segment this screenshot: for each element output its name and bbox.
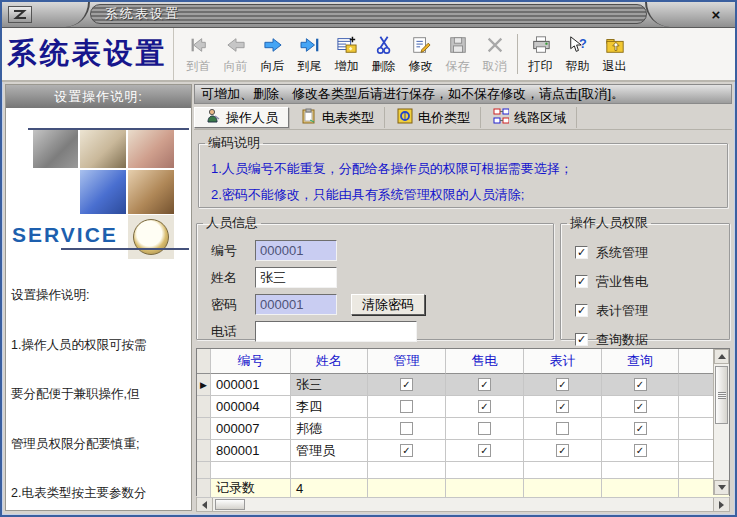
scroll-down-icon[interactable] xyxy=(714,480,729,495)
column-header[interactable]: 售电 xyxy=(446,349,524,374)
row-selector: ▶ xyxy=(197,374,211,396)
cell-name[interactable]: 李四 xyxy=(291,396,368,418)
cell-name[interactable]: 管理员 xyxy=(291,440,368,462)
toolbar-button-modify[interactable]: 修改 xyxy=(402,30,439,78)
field-row-password: 密码 清除密码 xyxy=(197,292,553,317)
manage-checkbox[interactable]: ✓ xyxy=(400,378,413,391)
tab-price-type[interactable]: 电价类型 xyxy=(387,107,481,128)
column-header[interactable]: 查询 xyxy=(602,349,679,374)
cell-manage[interactable]: ✓ xyxy=(368,440,446,462)
hscrollbar-thumb[interactable] xyxy=(215,499,245,510)
photo-tools xyxy=(128,130,174,168)
cell-id[interactable]: 000004 xyxy=(211,396,291,418)
cell-meter[interactable] xyxy=(524,418,602,440)
cell-id[interactable]: 000001 xyxy=(211,374,291,396)
toolbar-button-next[interactable]: 向后 xyxy=(254,30,291,78)
cell-manage[interactable]: ✓ xyxy=(368,374,446,396)
column-header[interactable]: 管理 xyxy=(368,349,446,374)
table-row[interactable]: 000004 李四 ✓ ✓ ✓ xyxy=(197,396,729,418)
cell-meter[interactable]: ✓ xyxy=(524,440,602,462)
titlebar-curve-right xyxy=(645,2,679,27)
password-field[interactable] xyxy=(255,294,337,315)
toolbar-button-print[interactable]: 打印 xyxy=(522,30,559,78)
cell-sales[interactable] xyxy=(446,418,524,440)
toolbar-button-save[interactable]: 保存 xyxy=(439,30,476,78)
sales-checkbox[interactable]: ✓ xyxy=(575,275,588,288)
toolbar-button-first[interactable]: 到首 xyxy=(180,30,217,78)
toolbar-button-cancel[interactable]: 取消 xyxy=(476,30,513,78)
column-header[interactable]: 表计 xyxy=(524,349,602,374)
table-row[interactable]: 000007 邦德 ✓ xyxy=(197,418,729,440)
table-row[interactable]: ▶ 000001 张三 ✓ ✓ ✓ ✓ xyxy=(197,374,729,396)
cell-sales[interactable]: ✓ xyxy=(446,440,524,462)
tab-label: 线路区域 xyxy=(514,109,566,127)
cell-query[interactable]: ✓ xyxy=(602,418,679,440)
content: 可增加、删除、修改各类型后请进行保存，如不保存修改，请点击[取消]。 操作人员 … xyxy=(194,84,732,511)
meter-checkbox[interactable]: ✓ xyxy=(556,378,569,391)
scrollbar-thumb[interactable] xyxy=(715,366,728,424)
cell-sales[interactable]: ✓ xyxy=(446,374,524,396)
manage-checkbox[interactable] xyxy=(400,400,413,413)
add-icon xyxy=(336,33,358,57)
query-checkbox[interactable]: ✓ xyxy=(634,444,647,457)
table-row[interactable]: 800001 管理员 ✓ ✓ ✓ ✓ xyxy=(197,440,729,462)
cell-query[interactable]: ✓ xyxy=(602,396,679,418)
record-count-value: 4 xyxy=(291,479,368,498)
first-icon xyxy=(188,33,210,57)
column-header[interactable]: 姓名 xyxy=(291,349,368,374)
cell-id[interactable]: 000007 xyxy=(211,418,291,440)
manage-checkbox[interactable]: ✓ xyxy=(400,444,413,457)
query-checkbox[interactable]: ✓ xyxy=(575,333,588,346)
tab-line-area[interactable]: 线路区域 xyxy=(483,107,577,128)
sales-checkbox[interactable]: ✓ xyxy=(478,400,491,413)
clear-password-button[interactable]: 清除密码 xyxy=(351,294,425,315)
system-checkbox[interactable]: ✓ xyxy=(575,246,588,259)
cell-query[interactable]: ✓ xyxy=(602,374,679,396)
manage-checkbox[interactable] xyxy=(400,422,413,435)
query-checkbox[interactable]: ✓ xyxy=(634,400,647,413)
scroll-right-icon[interactable] xyxy=(713,498,729,511)
toolbar-button-last[interactable]: 到尾 xyxy=(291,30,328,78)
meter-checkbox[interactable]: ✓ xyxy=(556,444,569,457)
cancel-icon xyxy=(484,33,506,57)
meter-checkbox[interactable] xyxy=(556,422,569,435)
toolbar-button-exit[interactable]: 退出 xyxy=(596,30,633,78)
toolbar-button-delete[interactable]: 删除 xyxy=(365,30,402,78)
tab-meter-type[interactable]: 电表类型 xyxy=(291,107,385,128)
query-checkbox[interactable]: ✓ xyxy=(634,422,647,435)
delete-icon xyxy=(373,33,395,57)
sales-checkbox[interactable]: ✓ xyxy=(478,444,491,457)
column-header[interactable]: 编号 xyxy=(211,349,291,374)
toolbar-button-add[interactable]: 增加 xyxy=(328,30,365,78)
cell-meter[interactable]: ✓ xyxy=(524,374,602,396)
scroll-up-icon[interactable] xyxy=(714,349,729,364)
cell-meter[interactable]: ✓ xyxy=(524,396,602,418)
phone-field[interactable] xyxy=(255,321,417,342)
sales-checkbox[interactable]: ✓ xyxy=(478,378,491,391)
cell-id[interactable]: 800001 xyxy=(211,440,291,462)
tab-operators[interactable]: 操作人员 xyxy=(194,107,289,128)
vertical-scrollbar[interactable] xyxy=(713,349,729,495)
toolbar-button-help[interactable]: ? 帮助 xyxy=(559,30,596,78)
name-field[interactable] xyxy=(255,267,337,288)
cell-empty xyxy=(524,462,602,479)
query-checkbox[interactable]: ✓ xyxy=(634,378,647,391)
sales-checkbox[interactable] xyxy=(478,422,491,435)
cell-manage[interactable] xyxy=(368,418,446,440)
cell-name[interactable]: 张三 xyxy=(291,374,368,396)
toolbar-button-prev[interactable]: 向前 xyxy=(217,30,254,78)
cell-sales[interactable]: ✓ xyxy=(446,396,524,418)
cell-name[interactable]: 邦德 xyxy=(291,418,368,440)
horizontal-scrollbar[interactable] xyxy=(196,497,730,512)
scrollbar-track[interactable] xyxy=(714,426,729,480)
scroll-left-icon[interactable] xyxy=(197,498,213,511)
meter-checkbox[interactable]: ✓ xyxy=(575,304,588,317)
close-button[interactable]: × xyxy=(705,5,727,24)
row-selector xyxy=(197,396,211,418)
meter-checkbox[interactable]: ✓ xyxy=(556,400,569,413)
cell-manage[interactable] xyxy=(368,396,446,418)
cell-query[interactable]: ✓ xyxy=(602,440,679,462)
coding-note-line: 2.密码不能修改，只能由具有系统管理权限的人员清除; xyxy=(199,182,727,208)
id-field[interactable] xyxy=(255,240,337,261)
table-row-empty[interactable] xyxy=(197,462,729,479)
